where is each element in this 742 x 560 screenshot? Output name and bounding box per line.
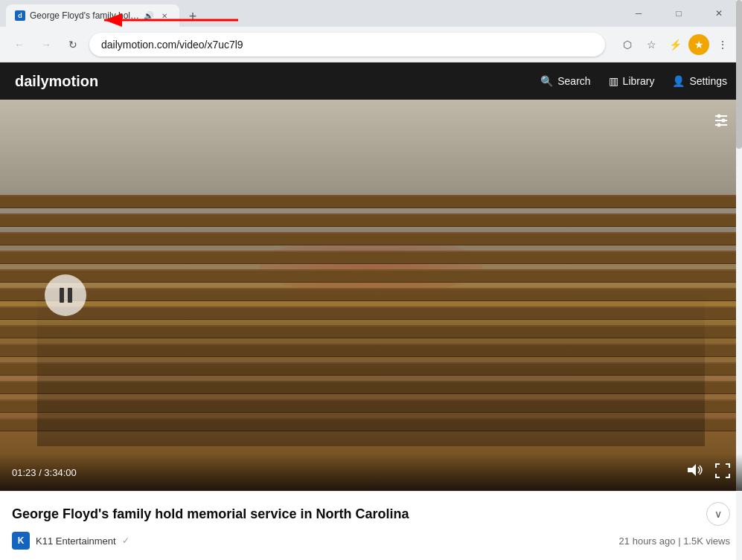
- play-pause-button[interactable]: [45, 274, 86, 316]
- maximize-button[interactable]: □: [662, 0, 696, 27]
- channel-logo[interactable]: K: [12, 532, 30, 550]
- settings-nav-icon: 👤: [672, 75, 685, 87]
- search-nav-label: Search: [557, 75, 590, 87]
- pew-2: [0, 213, 742, 227]
- address-bar: ← → ↻ dailymotion.com/video/x7uc7l9 ⬡ ☆ …: [0, 27, 742, 62]
- video-meta: K K11 Entertainment ✓ 21 hours ago | 1.5…: [12, 532, 730, 550]
- tab-area: d George Floyd's family hol… 🔊 ✕ +: [6, 0, 615, 27]
- search-nav-item[interactable]: 🔍 Search: [540, 75, 590, 87]
- video-scene: [0, 100, 742, 491]
- video-title-row: George Floyd's family hold memorial serv…: [12, 502, 730, 526]
- video-time: 01:23 / 3:34:00: [12, 467, 77, 478]
- library-nav-icon: ▥: [609, 75, 618, 87]
- channel-info: K K11 Entertainment ✓: [12, 532, 129, 550]
- svg-marker-8: [688, 464, 696, 476]
- tuner-icon[interactable]: [712, 112, 730, 133]
- channel-name: K11 Entertainment: [36, 535, 116, 547]
- tab-title: George Floyd's family hol…: [30, 10, 139, 21]
- fullscreen-button[interactable]: [715, 463, 730, 481]
- settings-nav-label: Settings: [689, 75, 727, 87]
- site-logo[interactable]: dailymotion: [15, 73, 98, 90]
- site-header: dailymotion 🔍 Search ▥ Library 👤 Setting…: [0, 62, 742, 100]
- video-info: George Floyd's family hold memorial serv…: [0, 491, 742, 560]
- tab-close-button[interactable]: ✕: [159, 10, 170, 22]
- search-nav-icon: 🔍: [540, 75, 553, 87]
- pew-3: [0, 232, 742, 245]
- pew-1: [0, 195, 742, 208]
- tab-favicon: d: [15, 10, 25, 21]
- expand-button[interactable]: ∨: [706, 502, 730, 526]
- tab-audio-icon: 🔊: [144, 11, 154, 21]
- url-bar[interactable]: dailymotion.com/video/x7uc7l9: [89, 33, 605, 57]
- verified-icon: ✓: [122, 535, 129, 546]
- video-controls-bar: 01:23 / 3:34:00: [0, 454, 742, 491]
- video-stats: 21 hours ago | 1.5K views: [619, 535, 730, 547]
- library-nav-item[interactable]: ▥ Library: [609, 75, 655, 87]
- congregation-overlay: [37, 290, 705, 446]
- volume-button[interactable]: [687, 463, 703, 481]
- back-button[interactable]: ←: [9, 34, 30, 55]
- url-text: dailymotion.com/video/x7uc7l9: [101, 39, 593, 51]
- pew-4: [0, 251, 742, 264]
- profile-icon[interactable]: ★: [688, 34, 709, 55]
- close-window-button[interactable]: ✕: [702, 0, 736, 27]
- library-nav-label: Library: [623, 75, 655, 87]
- active-tab[interactable]: d George Floyd's family hol… 🔊 ✕: [6, 4, 179, 27]
- toolbar-icons: ⬡ ☆ ⚡ ★ ⋮: [617, 34, 733, 55]
- svg-point-7: [717, 123, 721, 127]
- cast-icon[interactable]: ⬡: [617, 34, 638, 55]
- bookmark-icon[interactable]: ☆: [641, 34, 662, 55]
- view-count: 1.5K views: [683, 535, 730, 547]
- minimize-button[interactable]: ─: [621, 0, 656, 27]
- pew-5: [0, 269, 742, 283]
- posted-time: 21 hours ago: [619, 535, 676, 547]
- reload-button[interactable]: ↻: [63, 34, 83, 55]
- video-title: George Floyd's family hold memorial serv…: [12, 506, 409, 522]
- browser-frame: d George Floyd's family hol… 🔊 ✕ + ─ □ ✕…: [0, 0, 742, 560]
- forward-button[interactable]: →: [36, 34, 57, 55]
- svg-point-6: [722, 119, 726, 123]
- pause-icon: [60, 288, 72, 303]
- window-controls: ─ □ ✕: [621, 0, 736, 27]
- control-right: [687, 463, 730, 481]
- extensions-icon[interactable]: ⚡: [665, 34, 685, 55]
- video-player[interactable]: 01:23 / 3:34:00: [0, 100, 742, 491]
- settings-nav-item[interactable]: 👤 Settings: [672, 75, 727, 87]
- title-bar: d George Floyd's family hol… 🔊 ✕ + ─ □ ✕: [0, 0, 742, 27]
- svg-point-5: [717, 115, 721, 118]
- menu-icon[interactable]: ⋮: [712, 34, 733, 55]
- new-tab-button[interactable]: +: [182, 6, 203, 27]
- site-nav: 🔍 Search ▥ Library 👤 Settings: [540, 75, 727, 87]
- scrollbar-thumb[interactable]: [736, 0, 742, 149]
